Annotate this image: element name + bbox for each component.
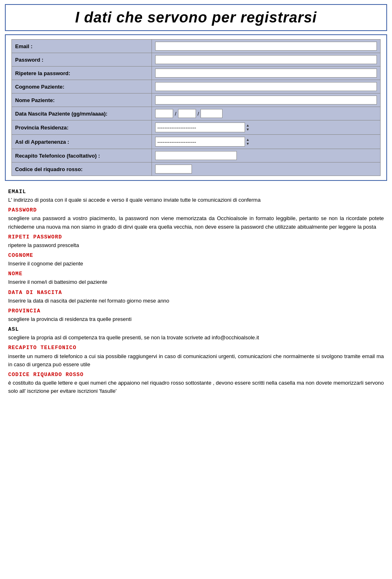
desc-provincia: PROVINCIA scegliere la provincia di resi… [8, 307, 384, 323]
asl-select-wrapper: ---------------------- ▲ ▼ [155, 137, 377, 147]
date-row: / / [155, 109, 377, 118]
desc-telefono-text: inserite un numero di telefonico a cui s… [8, 352, 384, 369]
table-row: Asl di Appartenenza : ------------------… [12, 135, 381, 149]
desc-ripeti-password-text: ripetere la password prescelta [8, 241, 384, 249]
date-sep-2: / [197, 111, 200, 117]
field-cell-provincia: ---------------------- ▲ ▼ [152, 120, 381, 135]
table-row: Email : [12, 40, 381, 53]
email-input[interactable] [155, 42, 377, 51]
label-codice: CODICE RIQUARDO ROSSO [8, 372, 84, 378]
page-title: I dati che servono per registrarsi [14, 9, 378, 26]
table-row: Provincia Residenza: -------------------… [12, 120, 381, 135]
arrow-down-icon: ▼ [246, 142, 249, 146]
field-cell-password [152, 53, 381, 67]
label-data-nascita: DATA DI NASCITA [8, 290, 62, 296]
desc-data-nascita-text: Inserire la data di nascita del paziente… [8, 297, 384, 305]
password-input[interactable] [155, 55, 377, 64]
field-label-telefono: Recapito Telefonico (facoltativo) : [12, 149, 152, 163]
date-sep-1: / [174, 111, 177, 117]
asl-arrows: ▲ ▼ [246, 138, 249, 146]
nome-input[interactable] [155, 96, 377, 105]
desc-email-text: L' indirizzo di posta con il quale si ac… [8, 196, 384, 204]
desc-nome: NOME Inserire il nome/i di battesimo del… [8, 269, 384, 286]
provincia-select[interactable]: ---------------------- [155, 122, 245, 132]
label-password: PASSWORD [8, 207, 37, 213]
field-label-repeat-password: Ripetere la password: [12, 67, 152, 80]
asl-select[interactable]: ---------------------- [155, 137, 245, 147]
desc-codice: CODICE RIQUARDO ROSSO è costituito da qu… [8, 370, 384, 395]
table-row: Recapito Telefonico (facoltativo) : [12, 149, 381, 163]
field-cell-repeat-password [152, 67, 381, 80]
desc-email: EMAIL L' indirizzo di posta con il quale… [8, 187, 384, 204]
field-label-data-nascita: Data Nascita Paziente (gg/mm/aaaa): [12, 107, 152, 120]
desc-data-nascita: DATA DI NASCITA Inserire la data di nasc… [8, 288, 384, 305]
page-title-area: I dati che servono per registrarsi [5, 4, 387, 31]
telefono-input[interactable] [155, 151, 237, 160]
field-cell-nome [152, 94, 381, 107]
table-row: Ripetere la password: [12, 67, 381, 80]
label-asl: ASL [8, 326, 19, 332]
provincia-select-wrapper: ---------------------- ▲ ▼ [155, 122, 377, 132]
desc-provincia-text: scegliere la provincia di residenza tra … [8, 315, 384, 323]
field-cell-cognome [152, 80, 381, 94]
table-row: Password : [12, 53, 381, 67]
desc-cognome-text: Inserire il cognome del paziente [8, 260, 384, 268]
desc-nome-text: Inserire il nome/i di battesimo del pazi… [8, 278, 384, 286]
field-cell-telefono [152, 149, 381, 163]
arrow-down-icon: ▼ [246, 127, 249, 131]
table-row: Codice del riquadro rosso: [12, 163, 381, 176]
arrow-up-icon: ▲ [246, 138, 249, 142]
form-table: Email : Password : Ripetere la password: [11, 39, 381, 176]
desc-cognome: COGNOME Inserire il cognome del paziente [8, 251, 384, 268]
field-cell-asl: ---------------------- ▲ ▼ [152, 135, 381, 149]
repeat-password-input[interactable] [155, 69, 377, 78]
label-cognome: COGNOME [8, 252, 33, 258]
label-nome: NOME [8, 271, 22, 277]
desc-password: PASSWORD scegliere una password a vostro… [8, 206, 384, 231]
desc-telefono: RECAPITO TELEFONICO inserite un numero d… [8, 343, 384, 368]
desc-codice-text: è costituito da quelle lettere e quei nu… [8, 379, 384, 395]
registration-form-outer: Email : Password : Ripetere la password: [5, 34, 387, 181]
desc-asl-text: scegliere la propria asl di competenza t… [8, 334, 384, 342]
label-email: EMAIL [8, 189, 26, 195]
label-ripeti-password: RIPETI PASSWORD [8, 234, 62, 240]
field-label-cognome: Cognome Paziente: [12, 80, 152, 94]
field-label-codice: Codice del riquadro rosso: [12, 163, 152, 176]
field-cell-codice [152, 163, 381, 176]
desc-asl: ASL scegliere la propria asl di competen… [8, 325, 384, 342]
arrow-up-icon: ▲ [246, 123, 249, 127]
field-cell-data-nascita: / / [152, 107, 381, 120]
label-telefono: RECAPITO TELEFONICO [8, 345, 76, 351]
table-row: Nome Paziente: [12, 94, 381, 107]
date-mm-input[interactable] [178, 109, 196, 118]
table-row: Cognome Paziente: [12, 80, 381, 94]
label-provincia: PROVINCIA [8, 308, 40, 314]
cognome-input[interactable] [155, 82, 377, 91]
date-dd-input[interactable] [155, 109, 173, 118]
date-yyyy-input[interactable] [200, 109, 223, 118]
description-area: EMAIL L' indirizzo di posta con il quale… [5, 185, 387, 399]
desc-ripeti-password: RIPETI PASSWORD ripetere la password pre… [8, 233, 384, 249]
codice-input[interactable] [155, 165, 192, 174]
table-row: Data Nascita Paziente (gg/mm/aaaa): / / [12, 107, 381, 120]
field-label-asl: Asl di Appartenenza : [12, 135, 152, 149]
field-label-email: Email : [12, 40, 152, 53]
field-cell-email [152, 40, 381, 53]
provincia-arrows: ▲ ▼ [246, 123, 249, 131]
field-label-password: Password : [12, 53, 152, 67]
field-label-nome: Nome Paziente: [12, 94, 152, 107]
field-label-provincia: Provincia Residenza: [12, 120, 152, 135]
desc-password-text: scegliere una password a vostro piacimen… [8, 214, 384, 231]
